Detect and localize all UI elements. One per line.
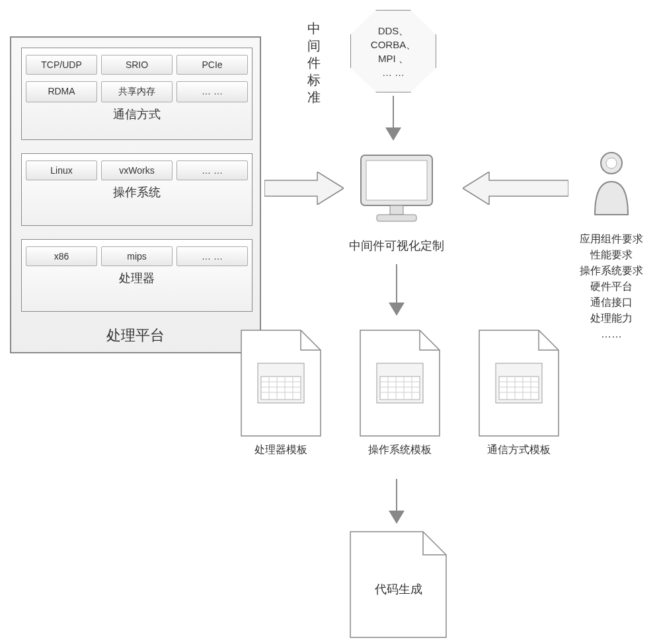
tag-x86: x86: [26, 246, 97, 266]
req-line: 通信接口: [562, 295, 661, 310]
arrow-down-icon: [383, 479, 410, 525]
templates-row: 处理器模板 操作系统模板 通信方式模板: [231, 327, 568, 457]
tag-rdma: RDMA: [26, 81, 97, 102]
platform-title: 处理平台: [11, 326, 260, 345]
monitor-label: 中间件可视化定制: [330, 238, 463, 254]
req-line: 应用组件要求: [562, 231, 661, 247]
processor-group: x86 mips … … 处理器: [21, 239, 253, 312]
template-comm: 通信方式模板: [469, 327, 568, 457]
document-icon: [357, 327, 443, 439]
req-line: 处理能力: [562, 310, 661, 326]
tag-sharedmem: 共享内存: [101, 81, 173, 102]
communication-title: 通信方式: [22, 102, 252, 122]
svg-rect-2: [390, 205, 403, 215]
svg-rect-28: [499, 376, 539, 400]
arrow-down-icon: [383, 264, 410, 317]
template-os: 操作系统模板: [350, 327, 449, 457]
svg-point-5: [606, 158, 617, 168]
tag-mips: mips: [101, 246, 173, 266]
req-line: 硬件平台: [562, 279, 661, 295]
template-processor: 处理器模板: [231, 327, 330, 457]
processing-platform-box: TCP/UDP SRIO PCIe RDMA 共享内存 … … 通信方式 Lin…: [10, 36, 261, 353]
os-title: 操作系统: [22, 180, 252, 200]
communication-group: TCP/UDP SRIO PCIe RDMA 共享内存 … … 通信方式: [21, 48, 253, 140]
document-icon: [238, 327, 324, 439]
middleware-standard-label: 中间件标准: [306, 20, 322, 106]
standards-octagon: DDS、 CORBA、 MPI 、 … …: [350, 10, 436, 92]
tag-more-comm: … …: [176, 81, 248, 102]
template-label: 处理器模板: [231, 443, 330, 457]
codegen-label: 代码生成: [347, 581, 449, 597]
arrow-down-icon: [380, 96, 407, 142]
arrow-left-icon: [463, 172, 568, 205]
svg-rect-1: [366, 161, 427, 200]
svg-rect-19: [380, 376, 420, 400]
document-icon: [476, 327, 562, 439]
tag-more-proc: … …: [176, 246, 248, 266]
req-line: 性能要求: [562, 247, 661, 263]
monitor-icon: [357, 149, 436, 228]
os-group: Linux vxWorks … … 操作系统: [21, 153, 253, 226]
svg-rect-10: [261, 376, 301, 400]
template-label: 通信方式模板: [469, 443, 568, 457]
tag-more-os: … …: [176, 161, 248, 180]
tag-tcpudp: TCP/UDP: [26, 55, 97, 75]
standards-text: DDS、 CORBA、 MPI 、 … …: [371, 24, 416, 79]
req-line: ……: [562, 326, 661, 342]
template-label: 操作系统模板: [350, 443, 449, 457]
svg-rect-3: [377, 215, 416, 221]
tag-srio: SRIO: [101, 55, 173, 75]
requirements-list: 应用组件要求 性能要求 操作系统要求 硬件平台 通信接口 处理能力 ……: [562, 231, 661, 342]
tag-pcie: PCIe: [176, 55, 248, 75]
person-icon: [588, 149, 635, 221]
tag-linux: Linux: [26, 161, 97, 180]
req-line: 操作系统要求: [562, 263, 661, 279]
processor-title: 处理器: [22, 266, 252, 286]
tag-vxworks: vxWorks: [101, 161, 173, 180]
arrow-right-icon: [264, 172, 344, 205]
codegen-document: 代码生成: [347, 528, 449, 641]
